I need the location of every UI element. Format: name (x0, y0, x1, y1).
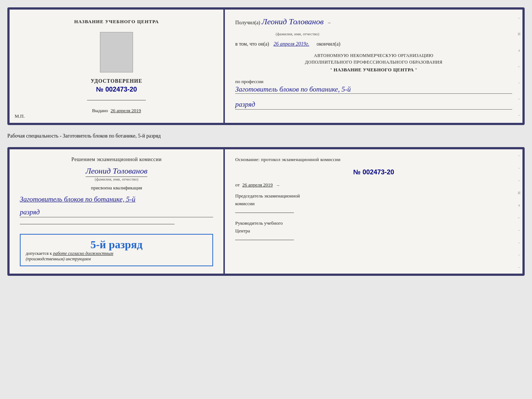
qualification-text: Заготовитель блоков по ботанике, 5-й (20, 195, 213, 204)
profession-text: Заготовитель блоков по ботанике, 5-й (235, 85, 512, 94)
training-center-label-1: НАЗВАНИЕ УЧЕБНОГО ЦЕНТРА (74, 19, 159, 25)
dopusk-text2: (производственным) инструкциям (26, 256, 207, 262)
edge-char2-8: – (518, 241, 520, 245)
edge-char2-6: ← (517, 215, 521, 220)
recipient-name-1: Леонид Толованов (262, 17, 324, 26)
predsedatel-line1: Председатель экзаменационной (235, 192, 512, 200)
completion-date: 26 апреля 2019г. (273, 41, 309, 47)
dopusk-label: допускается к (26, 251, 52, 256)
poluchil-label: Получил(а) (235, 20, 260, 26)
ot-label: от (235, 182, 240, 188)
edge-char-5: – (518, 81, 520, 85)
recipient-name-2: Леонид Толованов (86, 166, 148, 177)
okonchil-label: окончил(а) (317, 41, 341, 47)
prisvoena-label: присвоена квалификация (20, 185, 213, 191)
po-professii-label: по профессии (235, 79, 512, 85)
name-block-2: Леонид Толованов (фамилия, имя, отчество… (20, 166, 213, 181)
vydano-line: Выдано 26 апреля 2019 (92, 108, 141, 114)
protocol-number: № 002473-20 (235, 168, 512, 176)
mp-label: М.П. (15, 113, 25, 119)
certificate-card-2: Решением экзаменационной комиссии Леонид… (7, 147, 525, 276)
edge-char2-5: а (518, 203, 520, 207)
fio-hint-text-1: (фамилия, имя, отчество) (235, 32, 512, 36)
card2-left: Решением экзаменационной комиссии Леонид… (10, 149, 225, 274)
edge-char-6: – (518, 97, 520, 101)
edge-char2-7: – (518, 228, 520, 232)
vtom-line: в том, что он(а) 26 апреля 2019г. окончи… (235, 41, 512, 47)
edge-char-4: ← (517, 64, 521, 68)
vydano-label: Выдано (92, 108, 108, 113)
razryad-text-1: разряд (235, 100, 512, 110)
photo-placeholder (100, 32, 133, 72)
certificate-card-1: НАЗВАНИЕ УЧЕБНОГО ЦЕНТРА УДОСТОВЕРЕНИЕ №… (7, 7, 525, 125)
card2-right: Основание: протокол экзаменационной коми… (225, 149, 522, 274)
rukovoditel-line2: Центра (235, 227, 512, 235)
dopusk-text: работе согласно должностным (53, 251, 113, 256)
page-container: НАЗВАНИЕ УЧЕБНОГО ЦЕНТРА УДОСТОВЕРЕНИЕ №… (7, 7, 525, 276)
edge-char2-9: – (518, 253, 520, 257)
edge-char2-1: – (518, 153, 520, 157)
org-name: НАЗВАНИЕ УЧЕБНОГО ЦЕНТРА (334, 67, 414, 72)
org-name-line: " НАЗВАНИЕ УЧЕБНОГО ЦЕНТРА " (235, 66, 512, 74)
razryad-block-1: разряд (235, 99, 512, 110)
po-professii-block: по профессии Заготовитель блоков по бота… (235, 79, 512, 94)
predsedatel-block: Председатель экзаменационной комиссии (235, 192, 512, 215)
org-quote-close: " (415, 67, 417, 72)
vtom-label: в том, что он(а) (235, 41, 269, 47)
edge-char-7: – (518, 113, 520, 117)
certificate-title: УДОСТОВЕРЕНИЕ (91, 78, 142, 84)
predsedatel-line2: комиссии (235, 200, 512, 208)
edge-char2-3: – (518, 178, 520, 182)
osnovanie-label: Основание: протокол экзаменационной коми… (235, 157, 512, 163)
org-quote-open: " (330, 67, 332, 72)
stamp-rank-text: 5-й разряд (26, 238, 207, 251)
resheniem-label: Решением экзаменационной комиссии (20, 157, 213, 163)
card1-left: НАЗВАНИЕ УЧЕБНОГО ЦЕНТРА УДОСТОВЕРЕНИЕ №… (10, 10, 225, 123)
card1-right: Получил(а) Леонид Толованов – (фамилия, … (225, 10, 522, 123)
edge-char-2: И (518, 32, 520, 36)
ot-date: 26 апреля 2019 (242, 182, 273, 188)
poluchil-line: Получил(а) Леонид Толованов – (235, 17, 512, 26)
edge-char2-4: И (518, 191, 520, 195)
edge-char2-2: – (518, 166, 520, 170)
fio-hint-1: (фамилия, имя, отчество) (235, 32, 512, 36)
org-line2: ДОПОЛНИТЕЛЬНОГО ПРОФЕССИОНАЛЬНОГО ОБРАЗО… (235, 59, 512, 65)
ot-line: от 26 апреля 2019 – (235, 182, 512, 188)
edge-char-1: – (518, 16, 520, 20)
edge-char-3: а (518, 48, 520, 52)
rukovoditel-block: Руководитель учебного Центра (235, 220, 512, 242)
stamp-box: 5-й разряд допускается к работе согласно… (20, 234, 213, 266)
fio-hint-2: (фамилия, имя, отчество) (20, 177, 213, 181)
rukovoditel-line1: Руководитель учебного (235, 220, 512, 227)
stamp-dopusk-block: допускается к работе согласно должностны… (26, 251, 207, 256)
right-edge-hints-1: – И а ← – – – (517, 10, 521, 123)
edge-char2-10: – (518, 265, 520, 269)
rukovoditel-sig-line (235, 240, 294, 240)
org-line1: АВТОНОМНУЮ НЕКОММЕРЧЕСКУЮ ОРГАНИЗАЦИЮ (235, 52, 512, 59)
razryad-text-2: разряд (20, 208, 213, 217)
right-edge-hints-2: – – – И а ← – – – – (517, 149, 521, 274)
qualification-block: Заготовитель блоков по ботанике, 5-й (20, 195, 213, 204)
vydano-date: 26 апреля 2019 (111, 108, 141, 113)
certificate-number: № 002473-20 (96, 86, 137, 93)
razryad-block-2: разряд (20, 208, 213, 220)
specialty-label: Рабочая специальность - Заготовитель бло… (7, 131, 525, 141)
org-block: АВТОНОМНУЮ НЕКОММЕРЧЕСКУЮ ОРГАНИЗАЦИЮ ДО… (235, 52, 512, 74)
predsedatel-sig-line (235, 213, 294, 213)
